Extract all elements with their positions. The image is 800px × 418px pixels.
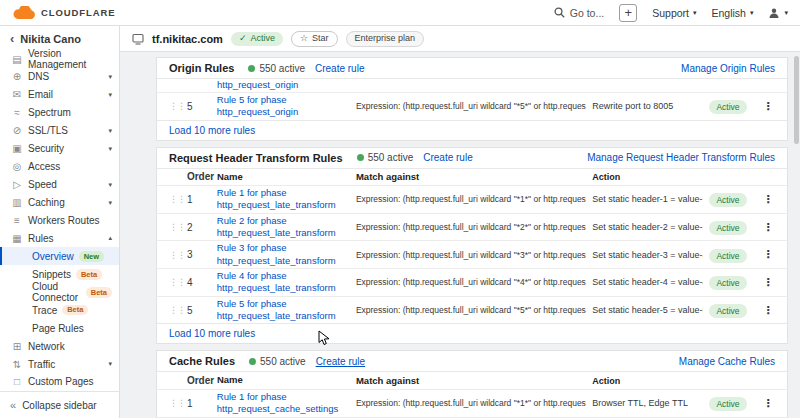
collapse-sidebar-button[interactable]: « Collapse sidebar bbox=[0, 391, 119, 418]
kebab-menu-icon[interactable]: ⋮ bbox=[761, 304, 775, 317]
account-name: Nikita Cano bbox=[20, 33, 81, 45]
create-rule-link[interactable]: Create rule bbox=[315, 63, 364, 74]
rule-name-link[interactable]: Rule 1 for phase http_request_late_trans… bbox=[217, 187, 350, 212]
rule-name-link[interactable]: Rule 5 for phase http_request_late_trans… bbox=[217, 298, 350, 323]
kebab-menu-icon[interactable]: ⋮ bbox=[761, 248, 775, 261]
manage-origin-rules-link[interactable]: Manage Origin Rules bbox=[681, 63, 775, 74]
request-header-transform-rules-section: Request Header Transform Rules 550 activ… bbox=[156, 147, 788, 345]
sidebar-item-label: Trace bbox=[32, 305, 57, 316]
back-arrow-icon: ‹ bbox=[10, 32, 14, 45]
sidebar-item-access[interactable]: ◎ Access bbox=[0, 158, 119, 176]
manage-cache-rules-link[interactable]: Manage Cache Rules bbox=[679, 356, 775, 367]
sidebar-item-network[interactable]: ⊞ Network bbox=[0, 337, 119, 355]
rule-status: Active bbox=[709, 193, 755, 205]
chevron-down-icon: ▾ bbox=[784, 9, 788, 17]
table-row: ⋮⋮ 4 Rule 4 for phase http_request_late_… bbox=[157, 268, 787, 296]
table-column-headers: Order Name Match against Action bbox=[157, 169, 787, 185]
main-area: tf.nikitac.com ✓ Active ☆ Star Enterpris… bbox=[120, 26, 800, 418]
version-management-icon: ▤ bbox=[11, 54, 23, 65]
sidebar-item-label: Network bbox=[28, 341, 65, 352]
rule-expression: Expression: (http.request.full_uri wildc… bbox=[356, 398, 586, 408]
load-more-link[interactable]: Load 10 more rules bbox=[169, 125, 255, 136]
rule-order: 1 bbox=[187, 194, 211, 205]
sidebar-item-label: Workers Routes bbox=[28, 215, 100, 226]
column-name: Name bbox=[217, 374, 350, 386]
rule-name-link[interactable]: Rule 3 for phase http_request_late_trans… bbox=[217, 242, 350, 267]
add-button[interactable]: + bbox=[619, 4, 637, 22]
drag-handle-icon[interactable]: ⋮⋮ bbox=[169, 398, 181, 408]
table-row: ⋮⋮ 1 Rule 1 for phase http_request_cache… bbox=[157, 389, 787, 417]
rule-name-link[interactable]: Rule 2 for phase http_request_late_trans… bbox=[217, 215, 350, 240]
drag-handle-icon[interactable]: ⋮⋮ bbox=[169, 250, 181, 260]
sidebar-item-ssl-tls[interactable]: ⊘ SSL/TLS ▾ bbox=[0, 122, 119, 140]
rule-order: 1 bbox=[187, 398, 211, 409]
drag-handle-icon[interactable]: ⋮⋮ bbox=[169, 222, 181, 232]
rule-name-link[interactable]: Rule 4 for phase http_request_late_trans… bbox=[217, 270, 350, 295]
create-rule-link[interactable]: Create rule bbox=[316, 356, 365, 367]
sidebar-item-label: Access bbox=[28, 161, 60, 172]
sidebar-item-label: DNS bbox=[28, 71, 49, 82]
kebab-menu-icon[interactable]: ⋮ bbox=[761, 193, 775, 206]
search-label: Go to... bbox=[570, 7, 604, 19]
drag-handle-icon[interactable]: ⋮⋮ bbox=[169, 101, 181, 111]
scrollbar-thumb[interactable] bbox=[794, 56, 799, 144]
active-badge: Active bbox=[709, 249, 746, 263]
sidebar-item-label: Security bbox=[28, 143, 64, 154]
rule-status: Active bbox=[709, 100, 755, 112]
chevron-down-icon: ▾ bbox=[693, 9, 697, 17]
sidebar-item-traffic[interactable]: ⇅ Traffic ▾ bbox=[0, 355, 119, 373]
star-button[interactable]: ☆ Star bbox=[291, 31, 338, 47]
global-search[interactable]: Go to... bbox=[554, 7, 604, 19]
sidebar-item-page-rules[interactable]: Page Rules bbox=[0, 319, 119, 337]
star-icon: ☆ bbox=[300, 34, 308, 43]
table-row: ⋮⋮ 1 Rule 1 for phase http_request_late_… bbox=[157, 185, 787, 213]
active-count: 550 active bbox=[357, 152, 414, 163]
sidebar-item-caching[interactable]: ▥ Caching ▾ bbox=[0, 194, 119, 212]
sidebar-item-version-management[interactable]: ▤ Version Management bbox=[0, 50, 119, 68]
column-match-against: Match against bbox=[356, 375, 586, 386]
section-title: Origin Rules bbox=[169, 62, 234, 74]
rule-expression: Expression: (http.request.full_uri wildc… bbox=[356, 277, 586, 287]
kebab-menu-icon[interactable]: ⋮ bbox=[761, 100, 775, 113]
workers-routes-icon: ≡ bbox=[11, 215, 23, 226]
account-selector[interactable]: ‹ Nikita Cano bbox=[0, 26, 119, 50]
kebab-menu-icon[interactable]: ⋮ bbox=[761, 397, 775, 410]
kebab-menu-icon[interactable]: ⋮ bbox=[761, 276, 775, 289]
sidebar-item-email[interactable]: ✉ Email ▾ bbox=[0, 86, 119, 104]
sidebar-item-label: Custom Pages bbox=[28, 376, 94, 387]
chevron-down-icon: ▾ bbox=[108, 199, 112, 207]
rule-name-link[interactable]: Rule 5 for phase http_request_origin bbox=[217, 94, 350, 119]
rule-action: Rewrite port to 8005 bbox=[592, 101, 703, 111]
kebab-menu-icon[interactable]: ⋮ bbox=[761, 221, 775, 234]
drag-handle-icon[interactable]: ⋮⋮ bbox=[169, 194, 181, 204]
user-menu[interactable]: ▾ bbox=[768, 7, 788, 19]
site-bar: tf.nikitac.com ✓ Active ☆ Star Enterpris… bbox=[120, 26, 800, 52]
sidebar-item-rules[interactable]: ▦ Rules ▴ bbox=[0, 229, 119, 247]
sidebar-item-security[interactable]: ▣ Security ▾ bbox=[0, 140, 119, 158]
sidebar-item-overview[interactable]: Overview New bbox=[0, 247, 119, 265]
rules-overview-content: Origin Rules 550 active Create rule Mana… bbox=[120, 52, 800, 418]
sidebar-item-workers-routes[interactable]: ≡ Workers Routes bbox=[0, 212, 119, 230]
manage-transform-rules-link[interactable]: Manage Request Header Transform Rules bbox=[587, 152, 775, 163]
sidebar-item-custom-pages[interactable]: □ Custom Pages bbox=[0, 373, 119, 391]
rule-name-link[interactable]: Rule 1 for phase http_request_cache_sett… bbox=[217, 391, 350, 416]
sidebar-item-dns[interactable]: ⊕ DNS ▾ bbox=[0, 68, 119, 86]
rule-name-link[interactable]: http_request_origin bbox=[217, 79, 298, 90]
sidebar-item-speed[interactable]: ▷ Speed ▾ bbox=[0, 176, 119, 194]
sidebar-item-trace[interactable]: Trace Beta bbox=[0, 301, 119, 319]
create-rule-link[interactable]: Create rule bbox=[423, 152, 472, 163]
support-menu[interactable]: Support ▾ bbox=[652, 7, 696, 19]
rule-order: 5 bbox=[187, 101, 211, 112]
drag-handle-icon[interactable]: ⋮⋮ bbox=[169, 277, 181, 287]
sidebar-item-spectrum[interactable]: ≈ Spectrum bbox=[0, 104, 119, 122]
sidebar-item-label: Traffic bbox=[28, 359, 55, 370]
spectrum-icon: ≈ bbox=[11, 107, 23, 118]
cloudflare-logo[interactable]: CLOUDFLARE bbox=[12, 6, 115, 20]
top-bar: CLOUDFLARE Go to... + Support ▾ English … bbox=[0, 0, 800, 26]
network-icon: ⊞ bbox=[11, 341, 23, 352]
load-more-link[interactable]: Load 10 more rules bbox=[169, 328, 255, 339]
support-label: Support bbox=[652, 7, 689, 19]
sidebar-item-cloud-connector[interactable]: Cloud Connector Beta bbox=[0, 283, 119, 301]
drag-handle-icon[interactable]: ⋮⋮ bbox=[169, 305, 181, 315]
language-menu[interactable]: English ▾ bbox=[712, 7, 754, 19]
